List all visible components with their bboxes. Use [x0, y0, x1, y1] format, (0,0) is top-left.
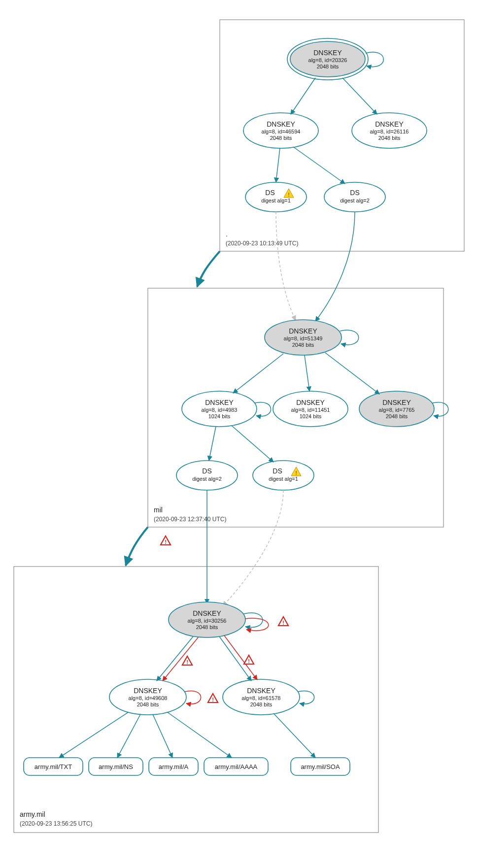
svg-text:DS: DS	[350, 189, 359, 197]
edge-4983-ds1	[232, 426, 273, 462]
node-mil-ds2: DS digest alg=2	[176, 461, 238, 490]
warn-icon	[244, 655, 254, 664]
edge-milksk-11451	[305, 355, 309, 391]
svg-text:DNSKEY: DNSKEY	[313, 49, 342, 57]
rr-aaaa: army.mil/AAAA	[204, 758, 268, 775]
edge-ds2-milksk	[315, 212, 355, 321]
edge-49608-ns	[117, 714, 140, 758]
zone-root-label: .	[226, 230, 228, 238]
edge-61578-soa	[273, 713, 315, 758]
edge-49608-a	[153, 714, 172, 758]
svg-text:alg=8, id=20326: alg=8, id=20326	[308, 57, 347, 63]
zone-army-label: army.mil	[20, 810, 45, 818]
svg-text:digest alg=2: digest alg=2	[340, 198, 370, 203]
edge-61578-self	[298, 691, 314, 704]
svg-text:2048 bits: 2048 bits	[196, 624, 218, 630]
svg-text:digest alg=2: digest alg=2	[192, 476, 222, 482]
svg-text:alg=8, id=4983: alg=8, id=4983	[202, 407, 238, 413]
edge-46594-ds2	[293, 147, 345, 184]
node-root-46594: DNSKEY alg=8, id=46594 2048 bits	[243, 113, 318, 148]
svg-text:2048 bits: 2048 bits	[137, 701, 159, 707]
edge-milksk-7765	[325, 353, 379, 394]
node-army-ksk: DNSKEY alg=8, id=30256 2048 bits	[169, 602, 245, 637]
zone-army: army.mil (2020-09-23 13:56:25 UTC) DNSKE…	[14, 490, 378, 833]
node-root-26116: DNSKEY alg=8, id=26116 2048 bits	[352, 113, 427, 148]
warn-icon	[161, 536, 170, 545]
node-mil-4983: DNSKEY alg=8, id=4983 1024 bits	[182, 391, 257, 427]
svg-text:army.mil/AAAA: army.mil/AAAA	[215, 763, 258, 770]
warn-icon	[278, 617, 288, 626]
edge-armyksk-self-ok	[244, 613, 263, 627]
warn-icon	[208, 694, 218, 702]
svg-text:DNSKEY: DNSKEY	[289, 327, 317, 335]
svg-text:digest alg=1: digest alg=1	[261, 198, 291, 203]
node-mil-ds1: DS digest alg=1	[253, 461, 314, 490]
svg-text:digest alg=1: digest alg=1	[269, 476, 298, 482]
svg-text:army.mil/SOA: army.mil/SOA	[301, 763, 340, 770]
edge-milksk-self	[340, 330, 359, 345]
svg-text:alg=8, id=11451: alg=8, id=11451	[291, 407, 330, 413]
zone-army-ts: (2020-09-23 13:56:25 UTC)	[20, 820, 92, 827]
svg-text:army.mil/A: army.mil/A	[159, 763, 189, 770]
edge-49608-aaaa	[168, 712, 232, 758]
svg-text:DNSKEY: DNSKEY	[134, 687, 162, 695]
svg-text:DS: DS	[265, 189, 274, 197]
svg-text:DS: DS	[202, 467, 211, 475]
svg-text:DNSKEY: DNSKEY	[205, 399, 234, 406]
svg-text:2048 bits: 2048 bits	[270, 135, 292, 141]
svg-text:alg=8, id=49608: alg=8, id=49608	[129, 695, 168, 701]
svg-point-19	[324, 182, 385, 212]
svg-text:DNSKEY: DNSKEY	[375, 120, 404, 128]
svg-text:alg=8, id=61578: alg=8, id=61578	[242, 695, 281, 701]
edge-49608-txt	[59, 712, 128, 758]
edge-4983-ds2	[209, 427, 216, 461]
svg-text:army.mil/NS: army.mil/NS	[99, 763, 133, 770]
svg-text:DNSKEY: DNSKEY	[382, 399, 411, 406]
svg-point-39	[176, 461, 238, 490]
rr-soa: army.mil/SOA	[291, 758, 350, 775]
edge-armyksk-61578-bad	[224, 635, 257, 680]
node-root-ds2: DS digest alg=2	[324, 182, 385, 212]
edge-mil-to-army-zone	[126, 527, 148, 566]
node-mil-7765: DNSKEY alg=8, id=7765 2048 bits	[359, 391, 434, 427]
edge-root-to-mil-zone	[197, 251, 220, 287]
edge-milds1-armyksk	[223, 490, 283, 606]
svg-text:2048 bits: 2048 bits	[378, 135, 401, 141]
svg-text:1024 bits: 1024 bits	[208, 413, 231, 419]
zone-mil: mil (2020-09-23 12:37:40 UTC) DNSKEY alg…	[148, 212, 448, 527]
svg-text:alg=8, id=46594: alg=8, id=46594	[262, 129, 301, 134]
rr-txt: army.mil/TXT	[24, 758, 83, 775]
svg-text:alg=8, id=51349: alg=8, id=51349	[284, 335, 323, 341]
svg-text:2048 bits: 2048 bits	[317, 64, 339, 69]
zone-mil-ts: (2020-09-23 12:37:40 UTC)	[154, 516, 226, 523]
svg-text:alg=8, id=30256: alg=8, id=30256	[188, 618, 227, 624]
node-army-61578: DNSKEY alg=8, id=61578 2048 bits	[223, 679, 300, 715]
edge-rootksk-26116	[342, 78, 377, 114]
svg-text:2048 bits: 2048 bits	[386, 413, 408, 419]
svg-text:alg=8, id=26116: alg=8, id=26116	[370, 129, 409, 134]
svg-text:1024 bits: 1024 bits	[300, 413, 322, 419]
svg-text:alg=8, id=7765: alg=8, id=7765	[379, 407, 415, 413]
node-mil-11451: DNSKEY alg=8, id=11451 1024 bits	[273, 391, 348, 427]
warn-icon	[182, 656, 192, 665]
edge-46594-ds1	[276, 148, 280, 182]
node-root-ds1: DS digest alg=1	[245, 182, 307, 212]
edge-armyksk-49608-bad	[163, 637, 198, 681]
svg-text:2048 bits: 2048 bits	[292, 342, 314, 348]
rr-a: army.mil/A	[149, 758, 198, 775]
edge-4983-self	[255, 402, 271, 416]
svg-text:army.mil/TXT: army.mil/TXT	[34, 763, 72, 770]
edge-rootksk-46594	[291, 78, 315, 114]
svg-text:DS: DS	[273, 467, 282, 475]
edge-7765-self	[433, 402, 448, 416]
svg-text:2048 bits: 2048 bits	[250, 701, 273, 707]
zone-root-ts: (2020-09-23 10:13:49 UTC)	[226, 240, 298, 247]
edge-49608-self-bad	[185, 691, 201, 704]
rr-ns: army.mil/NS	[89, 758, 143, 775]
node-root-ksk: DNSKEY alg=8, id=20326 2048 bits	[287, 38, 368, 80]
node-mil-ksk: DNSKEY alg=8, id=51349 2048 bits	[265, 320, 341, 355]
edge-armyksk-self-bad	[245, 618, 269, 631]
zone-root: . (2020-09-23 10:13:49 UTC) DNSKEY alg=8…	[220, 20, 464, 251]
svg-point-42	[253, 461, 314, 490]
svg-text:DNSKEY: DNSKEY	[193, 609, 221, 617]
